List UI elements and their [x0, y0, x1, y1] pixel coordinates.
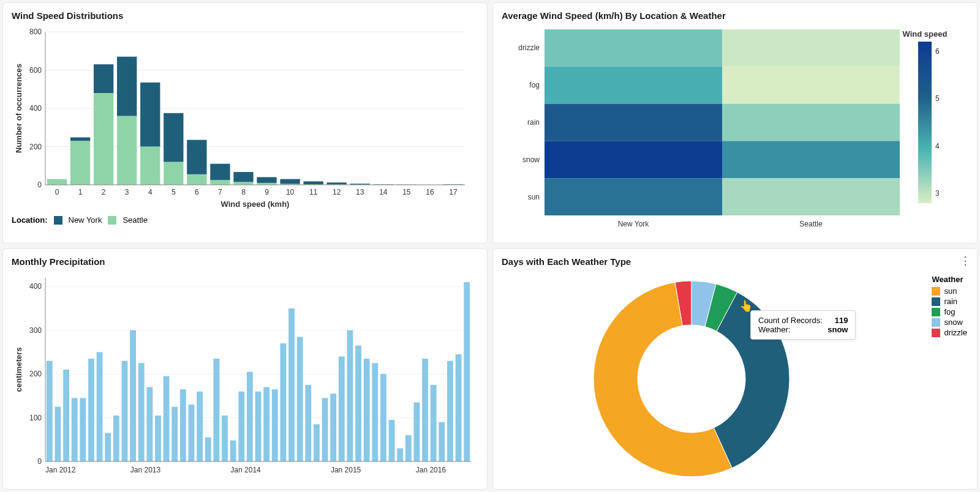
svg-rect-138: [405, 435, 412, 461]
svg-text:200: 200: [29, 370, 42, 378]
svg-rect-18: [117, 116, 137, 185]
svg-rect-79: [918, 42, 932, 203]
svg-text:0: 0: [37, 181, 42, 189]
legend-item-fog[interactable]: fog: [932, 307, 967, 316]
svg-rect-28: [187, 140, 206, 174]
panel-donut: Days with Each Weather Type ⋮ Weather su…: [492, 248, 978, 490]
svg-rect-119: [247, 372, 253, 461]
legend-label: Location:: [12, 215, 48, 225]
svg-rect-97: [63, 370, 69, 461]
svg-text:5: 5: [172, 188, 176, 196]
svg-text:drizzle: drizzle: [518, 43, 540, 52]
legend-swatch: [932, 308, 940, 316]
svg-text:Jan 2016: Jan 2016: [416, 466, 447, 474]
svg-rect-112: [189, 404, 195, 461]
legend-swatch: [932, 287, 940, 296]
svg-rect-22: [140, 83, 160, 147]
svg-rect-129: [330, 393, 336, 461]
svg-rect-108: [155, 416, 161, 461]
svg-rect-30: [210, 180, 230, 185]
svg-rect-144: [456, 354, 462, 461]
svg-text:400: 400: [29, 282, 42, 291]
tooltip-value: snow: [827, 325, 848, 334]
chart-precipitation[interactable]: 0100200300400Jan 2012Jan 2013Jan 2014Jan…: [12, 272, 477, 480]
svg-text:3: 3: [935, 189, 940, 198]
more-icon[interactable]: ⋮: [960, 255, 971, 266]
legend-text-newyork[interactable]: New York: [69, 215, 102, 225]
chart-wind-distribution[interactable]: 020040060080001234567891011121314151617W…: [12, 26, 471, 209]
svg-text:0: 0: [37, 457, 42, 466]
svg-rect-137: [397, 449, 403, 461]
svg-text:7: 7: [218, 188, 222, 196]
svg-text:400: 400: [29, 104, 42, 113]
svg-rect-103: [113, 416, 119, 461]
svg-rect-100: [88, 359, 94, 461]
svg-text:Jan 2015: Jan 2015: [331, 466, 361, 474]
svg-text:Seattle: Seattle: [799, 220, 823, 228]
legend-swatch: [932, 297, 940, 306]
svg-rect-25: [164, 113, 183, 162]
svg-text:12: 12: [333, 188, 341, 196]
legend-item-sun[interactable]: sun: [932, 286, 967, 296]
legend-text-seattle[interactable]: Seattle: [123, 215, 147, 225]
svg-rect-133: [364, 359, 370, 461]
svg-rect-10: [47, 179, 67, 185]
svg-rect-98: [72, 398, 78, 461]
svg-text:6: 6: [935, 47, 940, 56]
svg-rect-115: [213, 359, 219, 461]
svg-rect-118: [238, 392, 244, 461]
legend-swatch: [932, 318, 940, 327]
svg-rect-46: [327, 182, 347, 184]
svg-rect-139: [414, 403, 420, 461]
svg-rect-114: [205, 438, 211, 461]
chart-donut[interactable]: [569, 272, 875, 480]
svg-rect-74: [545, 178, 722, 215]
legend-text: snow: [944, 318, 962, 327]
svg-rect-130: [339, 357, 345, 461]
svg-rect-24: [164, 162, 183, 185]
svg-rect-126: [305, 385, 311, 461]
svg-text:Jan 2014: Jan 2014: [230, 466, 261, 474]
panel-precipitation: Monthly Precipitation 0100200300400Jan 2…: [2, 248, 488, 490]
legend-swatch-newyork[interactable]: [54, 216, 62, 225]
svg-text:4: 4: [148, 188, 153, 196]
svg-rect-111: [180, 389, 186, 461]
svg-rect-105: [130, 330, 136, 461]
legend-item-drizzle[interactable]: drizzle: [932, 328, 967, 337]
svg-rect-143: [447, 361, 453, 461]
svg-text:snow: snow: [522, 155, 540, 164]
svg-rect-99: [80, 398, 86, 461]
legend-swatch-seattle[interactable]: [108, 216, 116, 225]
donut-legend: Weather sunrainfogsnowdrizzle: [932, 275, 967, 338]
svg-rect-120: [255, 392, 262, 461]
svg-rect-145: [464, 282, 470, 461]
svg-rect-69: [722, 104, 900, 141]
svg-rect-66: [722, 67, 900, 104]
svg-rect-72: [722, 141, 900, 178]
legend-text: drizzle: [944, 328, 967, 337]
svg-text:Wind speed (kmh): Wind speed (kmh): [221, 199, 290, 209]
svg-rect-96: [55, 407, 61, 461]
legend-item-snow[interactable]: snow: [932, 318, 967, 327]
svg-text:16: 16: [426, 188, 434, 196]
svg-text:600: 600: [29, 66, 42, 75]
panel-title: Average Wind Speed (km/h) By Location & …: [502, 10, 968, 21]
svg-rect-116: [222, 416, 228, 461]
svg-rect-102: [105, 433, 111, 461]
chart-heatmap[interactable]: drizzlefograinsnowsunNew YorkSeattleWind…: [502, 26, 967, 234]
svg-rect-136: [389, 420, 395, 461]
svg-text:5: 5: [935, 94, 940, 103]
svg-rect-135: [380, 374, 386, 461]
legend-text: rain: [944, 297, 957, 306]
svg-text:15: 15: [402, 188, 411, 196]
legend-title: Weather: [932, 275, 967, 284]
svg-text:0: 0: [55, 188, 59, 196]
svg-rect-43: [303, 181, 323, 184]
svg-rect-113: [197, 392, 203, 461]
svg-rect-63: [722, 29, 900, 67]
svg-text:sun: sun: [528, 193, 540, 201]
svg-rect-140: [422, 359, 428, 461]
svg-text:New York: New York: [618, 220, 650, 228]
legend-item-rain[interactable]: rain: [932, 297, 967, 306]
svg-rect-21: [140, 147, 160, 185]
